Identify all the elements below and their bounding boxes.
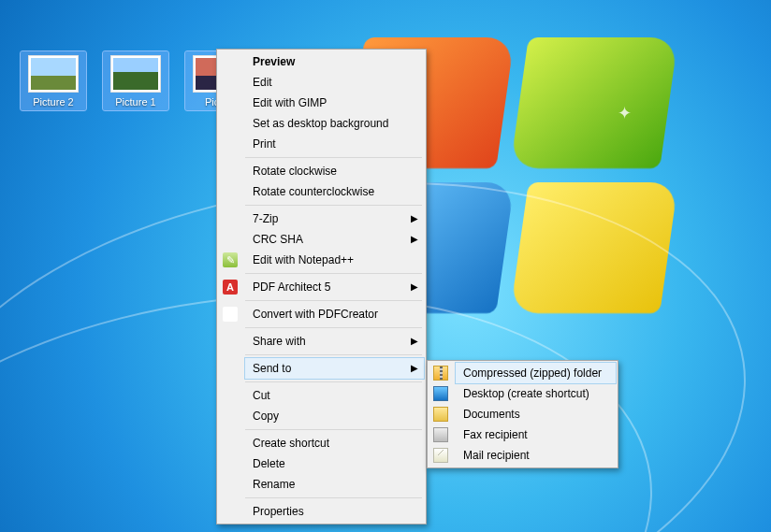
menu-item-label: Edit bbox=[253, 76, 272, 89]
file-thumbnail bbox=[28, 55, 79, 93]
menu-item[interactable]: Send to▶ bbox=[245, 358, 424, 379]
menu-item[interactable]: 7-Zip▶ bbox=[245, 208, 424, 229]
menu-item[interactable]: ✎Edit with Notepad++ bbox=[245, 250, 424, 270]
menu-item-label: 7-Zip bbox=[253, 212, 278, 225]
menu-separator bbox=[245, 497, 422, 498]
menu-item-label: Rotate counterclockwise bbox=[253, 185, 374, 198]
file-label: Picture 2 bbox=[33, 96, 73, 110]
menu-item[interactable]: Rename bbox=[245, 474, 424, 495]
zip-icon bbox=[433, 366, 448, 381]
menu-item[interactable]: Set as desktop background bbox=[245, 113, 424, 134]
menu-item[interactable]: CRC SHA▶ bbox=[245, 229, 424, 250]
menu-item-label: CRC SHA bbox=[253, 233, 303, 246]
menu-item-label: Edit with Notepad++ bbox=[253, 253, 354, 266]
menu-item-label: Set as desktop background bbox=[253, 117, 388, 130]
context-menu: PreviewEditEdit with GIMPSet as desktop … bbox=[216, 49, 427, 525]
menu-item-label: Cut bbox=[253, 389, 270, 402]
submenu-arrow-icon: ▶ bbox=[411, 234, 418, 244]
menu-item-label: Preview bbox=[253, 55, 295, 68]
submenu-item[interactable]: Documents bbox=[456, 404, 616, 424]
menu-item[interactable]: Edit with GIMP bbox=[245, 93, 424, 113]
menu-item-label: Print bbox=[253, 137, 276, 151]
menu-item[interactable]: Delete bbox=[245, 453, 424, 474]
menu-separator bbox=[245, 354, 422, 355]
menu-item-label: Send to bbox=[253, 362, 291, 375]
menu-item-label: Rotate clockwise bbox=[253, 165, 337, 178]
menu-item[interactable]: Rotate counterclockwise bbox=[245, 181, 424, 202]
menu-item-label: Create shortcut bbox=[253, 437, 329, 450]
menu-item-label: Convert with PDFCreator bbox=[253, 308, 378, 321]
menu-separator bbox=[245, 157, 422, 158]
menu-item-label: Delete bbox=[253, 457, 285, 470]
desktop[interactable]: ✦ Picture 2Picture 1Pictur PreviewEditEd… bbox=[0, 0, 771, 532]
file-thumbnail bbox=[110, 55, 161, 93]
submenu-item[interactable]: Mail recipient bbox=[456, 445, 616, 466]
notepad-icon: ✎ bbox=[223, 252, 238, 267]
desktop-file-icon[interactable]: Picture 1 bbox=[103, 51, 168, 110]
mail-icon bbox=[433, 448, 448, 463]
submenu-item-label: Documents bbox=[463, 408, 520, 421]
menu-separator bbox=[245, 429, 422, 430]
menu-item-label: Properties bbox=[253, 505, 304, 518]
submenu-item-label: Mail recipient bbox=[463, 449, 530, 462]
submenu-item[interactable]: Compressed (zipped) folder bbox=[456, 363, 616, 383]
desk-icon bbox=[433, 386, 448, 401]
menu-item[interactable]: Properties bbox=[245, 501, 424, 522]
menu-item-label: Edit with GIMP bbox=[253, 96, 327, 109]
pdfarch-icon: A bbox=[223, 280, 238, 295]
menu-item-label: Rename bbox=[253, 478, 295, 491]
docs-icon bbox=[433, 407, 448, 422]
fax-icon bbox=[433, 427, 448, 442]
file-label: Picture 1 bbox=[115, 96, 155, 110]
sendto-submenu: Compressed (zipped) folderDesktop (creat… bbox=[427, 360, 618, 468]
pdfcrt-icon: ◆ bbox=[223, 307, 238, 322]
menu-item-label: Copy bbox=[253, 410, 279, 423]
menu-item[interactable]: ◆Convert with PDFCreator bbox=[245, 304, 424, 324]
menu-item[interactable]: Copy bbox=[245, 406, 424, 426]
submenu-arrow-icon: ▶ bbox=[411, 336, 418, 346]
submenu-arrow-icon: ▶ bbox=[411, 363, 418, 373]
menu-separator bbox=[245, 273, 422, 274]
menu-item[interactable]: Cut bbox=[245, 385, 424, 406]
submenu-item[interactable]: Fax recipient bbox=[456, 424, 616, 445]
menu-separator bbox=[245, 300, 422, 301]
menu-item[interactable]: Preview bbox=[245, 51, 424, 72]
menu-item[interactable]: Edit bbox=[245, 72, 424, 93]
menu-item[interactable]: Create shortcut bbox=[245, 433, 424, 453]
butterfly-decoration: ✦ bbox=[618, 103, 632, 123]
menu-separator bbox=[245, 327, 422, 328]
menu-item[interactable]: APDF Architect 5▶ bbox=[245, 277, 424, 297]
desktop-file-icon[interactable]: Picture 2 bbox=[21, 51, 86, 110]
submenu-item[interactable]: Desktop (create shortcut) bbox=[456, 383, 616, 404]
menu-item[interactable]: Share with▶ bbox=[245, 331, 424, 352]
menu-item[interactable]: Print bbox=[245, 134, 424, 154]
submenu-arrow-icon: ▶ bbox=[411, 213, 418, 223]
submenu-item-label: Desktop (create shortcut) bbox=[463, 387, 589, 400]
menu-separator bbox=[245, 381, 422, 382]
submenu-arrow-icon: ▶ bbox=[411, 281, 418, 292]
menu-item-label: PDF Architect 5 bbox=[253, 280, 330, 294]
submenu-item-label: Compressed (zipped) folder bbox=[463, 367, 602, 380]
menu-item-label: Share with bbox=[253, 335, 306, 348]
submenu-item-label: Fax recipient bbox=[463, 428, 528, 441]
menu-item[interactable]: Rotate clockwise bbox=[245, 161, 424, 181]
menu-separator bbox=[245, 205, 422, 206]
